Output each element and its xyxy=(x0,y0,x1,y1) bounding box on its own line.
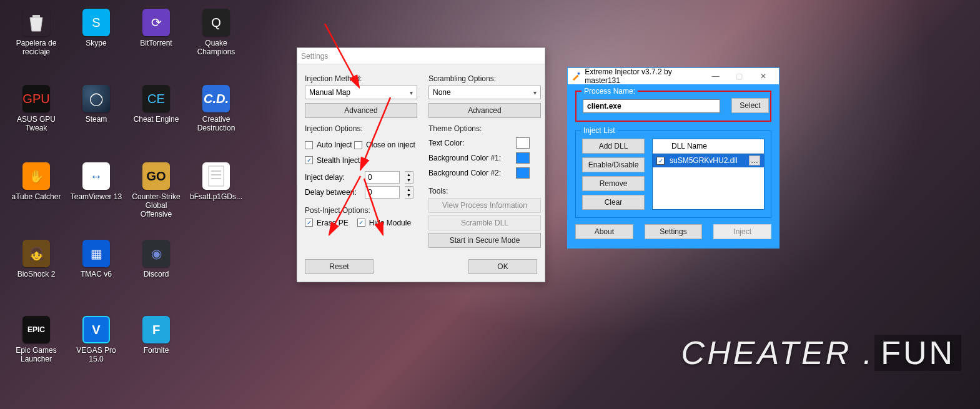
desktop-icon-csgo[interactable]: GO Counter-Strike Global Offensive xyxy=(129,162,184,219)
scramble-dll-button: Scramble DLL xyxy=(428,215,541,230)
ok-button[interactable]: OK xyxy=(468,259,537,274)
cd-icon: C.D. xyxy=(202,85,230,112)
minimize-button[interactable]: — xyxy=(704,69,728,83)
erase-pe-checkbox[interactable]: ✓ Erase PE xyxy=(305,217,349,229)
bg2-color-picker[interactable] xyxy=(516,167,530,179)
dll-more-button[interactable]: … xyxy=(749,155,760,165)
injection-options-label: Injection Options: xyxy=(305,124,417,133)
cheat-engine-icon: CE xyxy=(142,85,170,112)
settings-title: Settings xyxy=(301,52,541,61)
text-color-picker[interactable] xyxy=(516,137,530,149)
maximize-button[interactable]: ▢ xyxy=(728,69,751,83)
checkbox-icon: ✓ xyxy=(305,156,313,164)
scrambling-label: Scrambling Options: xyxy=(428,74,541,83)
asus-gpu-tweak-icon: GPU xyxy=(22,85,50,112)
dll-name: suSM5GRKvHU2.dll xyxy=(670,156,738,165)
textfile-icon xyxy=(202,162,230,190)
desktop-icon-quake-champions[interactable]: Q Quake Champions xyxy=(189,9,244,56)
auto-inject-checkbox[interactable]: Auto Inject xyxy=(305,139,352,150)
close-button[interactable]: ✕ xyxy=(751,69,775,83)
checkbox-icon: ✓ xyxy=(357,219,365,227)
process-name-label: Process Name: xyxy=(582,87,638,96)
chevron-down-icon: ▾ xyxy=(533,89,537,96)
desktop-icon-asus-gpu-tweak[interactable]: GPU ASUS GPU Tweak xyxy=(9,85,64,132)
view-proc-button: View Process Information xyxy=(428,198,541,213)
secure-mode-button[interactable]: Start in Secure Mode xyxy=(428,233,541,248)
delay-between-label: Delay between: xyxy=(305,188,360,197)
desktop-icon-textfile[interactable]: bFsatLp1GDs... xyxy=(189,162,244,201)
close-on-inject-checkbox[interactable]: Close on inject xyxy=(354,139,415,150)
injector-app-icon xyxy=(572,71,581,81)
watermark: CHEATER .FUN xyxy=(681,334,961,372)
remove-button[interactable]: Remove xyxy=(582,176,645,191)
desktop-icon-steam[interactable]: ◯ Steam xyxy=(69,85,124,124)
settings-button[interactable]: Settings xyxy=(645,224,703,239)
process-name-input[interactable]: client.exe xyxy=(583,99,720,113)
clear-button[interactable]: Clear xyxy=(582,195,645,210)
inject-list-label: Inject List xyxy=(581,126,618,135)
about-button[interactable]: About xyxy=(575,224,633,239)
svg-rect-0 xyxy=(32,15,40,17)
checkbox-icon xyxy=(305,141,313,149)
vegas-icon: V xyxy=(82,316,110,343)
desktop-icon-teamviewer[interactable]: ↔ TeamViewer 13 xyxy=(69,162,124,201)
desktop-icon-cheat-engine[interactable]: CE Cheat Engine xyxy=(129,85,184,124)
inject-button: Inject xyxy=(713,224,771,239)
fortnite-icon: F xyxy=(142,316,170,343)
stealth-inject-checkbox[interactable]: ✓ Stealth Inject xyxy=(305,155,360,166)
desktop-icon-vegas-pro[interactable]: V VEGAS Pro 15.0 xyxy=(69,316,124,363)
dll-list-row[interactable]: ✓ suSM5GRKvHU2.dll … xyxy=(653,154,764,167)
svg-rect-1 xyxy=(209,166,224,186)
desktop-icon-atube-catcher[interactable]: ✋ aTube Catcher xyxy=(9,162,64,201)
checkbox-icon xyxy=(354,141,362,149)
desktop-icon-fortnite[interactable]: F Fortnite xyxy=(129,316,184,355)
add-dll-button[interactable]: Add DLL xyxy=(582,139,645,154)
checkbox-icon[interactable]: ✓ xyxy=(656,157,665,165)
injector-window: Extreme Injector v3.7.2 by master131 — ▢… xyxy=(567,67,780,249)
theme-options-label: Theme Options: xyxy=(428,124,541,133)
bioshock2-icon: 👧 xyxy=(22,240,50,267)
injector-titlebar[interactable]: Extreme Injector v3.7.2 by master131 — ▢… xyxy=(568,68,779,84)
inject-delay-input[interactable]: 0 xyxy=(365,171,400,184)
desktop-icon-bioshock2[interactable]: 👧 BioShock 2 xyxy=(9,240,64,278)
epic-icon: EPIC xyxy=(22,316,50,343)
text-color-label: Text Color: xyxy=(428,139,511,147)
select-button[interactable]: Select xyxy=(731,98,769,113)
recycle-bin-icon xyxy=(22,9,50,36)
scrambling-select[interactable]: None ▾ xyxy=(428,86,541,99)
desktop-icon-creative-destruction[interactable]: C.D. Creative Destruction xyxy=(189,85,244,132)
desktop-icon-epic-games[interactable]: EPIC Epic Games Launcher xyxy=(9,316,64,363)
delay-between-input[interactable]: 0 xyxy=(365,186,400,199)
tools-label: Tools: xyxy=(428,187,541,195)
reset-button[interactable]: Reset xyxy=(305,259,374,274)
desktop-icon-tmac[interactable]: ▦ TMAC v6 xyxy=(69,240,124,278)
bg1-color-picker[interactable] xyxy=(516,152,530,164)
post-inject-label: Post-Inject Options: xyxy=(305,206,417,215)
desktop-icon-discord[interactable]: ◉ Discord xyxy=(129,240,184,278)
settings-titlebar[interactable]: Settings xyxy=(297,48,545,64)
checkbox-icon: ✓ xyxy=(305,219,313,227)
desktop-icon-recycle-bin[interactable]: Papelera de reciclaje xyxy=(9,9,64,56)
bg1-label: Background Color #1: xyxy=(428,154,511,162)
injector-title: Extreme Injector v3.7.2 by master131 xyxy=(585,67,703,85)
inject-delay-spinner[interactable]: ▲▼ xyxy=(405,171,413,184)
dll-list[interactable]: DLL Name ✓ suSM5GRKvHU2.dll … xyxy=(652,139,765,210)
injection-method-select[interactable]: Manual Map ▾ xyxy=(305,86,417,99)
quake-icon: Q xyxy=(202,9,230,36)
desktop: Papelera de reciclaje S Skype ⟳ BitTorre… xyxy=(0,0,250,409)
teamviewer-icon: ↔ xyxy=(82,162,110,190)
hide-module-checkbox[interactable]: ✓ Hide Module xyxy=(357,217,411,229)
enable-disable-button[interactable]: Enable/Disable xyxy=(582,157,645,172)
delay-between-spinner[interactable]: ▲▼ xyxy=(405,186,413,199)
bg2-label: Background Color #2: xyxy=(428,169,511,177)
inject-delay-label: Inject delay: xyxy=(305,173,360,182)
steam-icon: ◯ xyxy=(82,85,110,112)
chevron-down-icon: ▾ xyxy=(410,89,413,96)
atube-icon: ✋ xyxy=(22,162,50,190)
desktop-icon-skype[interactable]: S Skype xyxy=(69,9,124,47)
advanced-button-right[interactable]: Advanced xyxy=(428,103,541,118)
skype-icon: S xyxy=(82,9,110,36)
desktop-icon-bittorrent[interactable]: ⟳ BitTorrent xyxy=(129,9,184,47)
inject-list-panel: Inject List Add DLL Enable/Disable Remov… xyxy=(575,131,771,218)
advanced-button-left[interactable]: Advanced xyxy=(305,103,417,118)
